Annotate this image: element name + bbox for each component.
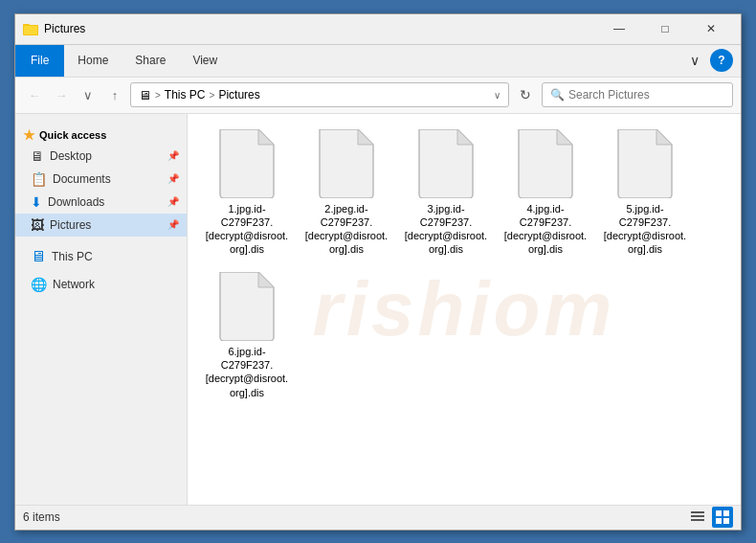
content-area: rishiom 1.jpg.id-C279F237.[decrypt@disro… <box>188 114 741 505</box>
back-button[interactable]: ← <box>23 83 46 106</box>
file-icon-2 <box>415 129 477 198</box>
pin-icon-pics: 📌 <box>167 219 179 230</box>
quick-access-label: Quick access <box>39 129 106 141</box>
address-path[interactable]: 🖥 > This PC > Pictures ∨ <box>130 82 509 107</box>
minimize-button[interactable]: — <box>597 15 641 42</box>
file-icon-1 <box>316 129 377 198</box>
forward-button[interactable]: → <box>50 83 73 106</box>
file-item[interactable]: 3.jpg.id-C279F237.[decrypt@disroot.org].… <box>398 125 494 260</box>
svg-rect-8 <box>716 518 722 524</box>
main-area: ★ Quick access 🖥 Desktop 📌 📋 Documents 📌… <box>15 114 741 505</box>
window-title: Pictures <box>44 22 597 35</box>
search-input[interactable] <box>568 88 724 102</box>
item-count: 6 items <box>23 510 60 524</box>
file-icon-0 <box>216 129 278 198</box>
menu-help-button[interactable]: ? <box>710 49 733 72</box>
window-icon <box>23 21 38 36</box>
svg-rect-9 <box>723 518 729 524</box>
refresh-button[interactable]: ↻ <box>513 82 538 107</box>
menu-view[interactable]: View <box>179 45 231 77</box>
status-bar: 6 items <box>15 505 741 530</box>
title-bar: Pictures — □ ✕ <box>15 14 741 45</box>
file-name-4: 5.jpg.id-C279F237.[decrypt@disroot.org].… <box>601 202 689 257</box>
close-button[interactable]: ✕ <box>689 15 733 42</box>
sidebar-desktop-label: Desktop <box>50 149 92 163</box>
search-icon: 🔍 <box>550 88 565 102</box>
sidebar-item-network[interactable]: 🌐 Network <box>15 273 187 296</box>
sidebar-item-downloads[interactable]: ⬇ Downloads 📌 <box>15 191 187 214</box>
list-view-button[interactable] <box>687 507 708 528</box>
file-name-0: 1.jpg.id-C279F237.[decrypt@disroot.org].… <box>203 202 291 257</box>
pin-icon-desktop: 📌 <box>167 150 179 161</box>
file-item[interactable]: 1.jpg.id-C279F237.[decrypt@disroot.org].… <box>199 125 295 260</box>
sidebar-documents-label: Documents <box>53 172 111 186</box>
star-icon: ★ <box>23 127 35 143</box>
file-item[interactable]: 5.jpg.id-C279F237.[decrypt@disroot.org].… <box>597 125 693 260</box>
sidebar-network-label: Network <box>53 278 95 291</box>
svg-rect-6 <box>716 510 722 516</box>
file-name-5: 6.jpg.id-C279F237.[decrypt@disroot.org].… <box>203 345 291 399</box>
sidebar-item-desktop[interactable]: 🖥 Desktop 📌 <box>15 145 187 168</box>
menu-bar: File Home Share View ∨ ? <box>15 45 741 78</box>
menu-file[interactable]: File <box>15 45 64 77</box>
up-button[interactable]: ↑ <box>103 83 126 106</box>
path-this-pc[interactable]: This PC <box>165 88 206 102</box>
path-sep-1: > <box>155 90 161 101</box>
path-dropdown-icon[interactable]: ∨ <box>494 90 500 101</box>
sidebar: ★ Quick access 🖥 Desktop 📌 📋 Documents 📌… <box>15 114 188 505</box>
grid-view-button[interactable] <box>712 507 733 528</box>
file-icon-4 <box>614 129 676 198</box>
documents-icon: 📋 <box>31 171 47 187</box>
menu-home[interactable]: Home <box>64 45 122 77</box>
sidebar-item-pictures[interactable]: 🖼 Pictures 📌 <box>15 214 187 237</box>
network-icon: 🌐 <box>31 277 47 292</box>
downloads-icon: ⬇ <box>31 194 42 210</box>
sidebar-item-documents[interactable]: 📋 Documents 📌 <box>15 168 187 191</box>
svg-rect-4 <box>691 515 704 517</box>
file-name-2: 3.jpg.id-C279F237.[decrypt@disroot.org].… <box>402 202 490 257</box>
svg-rect-5 <box>691 519 704 521</box>
file-name-1: 2.jpeg.id-C279F237.[decrypt@disroot.org]… <box>302 202 390 257</box>
menu-bar-right: ∨ ? <box>683 49 741 72</box>
pin-icon-docs: 📌 <box>167 173 179 184</box>
file-icon-3 <box>515 129 576 198</box>
quick-access-section: ★ Quick access <box>15 122 187 145</box>
address-bar: ← → ∨ ↑ 🖥 > This PC > Pictures ∨ ↻ 🔍 <box>15 78 741 114</box>
file-item[interactable]: 6.jpg.id-C279F237.[decrypt@disroot.org].… <box>199 268 295 403</box>
sidebar-downloads-label: Downloads <box>48 195 104 209</box>
pictures-icon: 🖼 <box>31 217 44 233</box>
file-name-3: 4.jpg.id-C279F237.[decrypt@disroot.org].… <box>501 202 589 257</box>
file-item[interactable]: 4.jpg.id-C279F237.[decrypt@disroot.org].… <box>498 125 593 260</box>
maximize-button[interactable]: □ <box>643 15 687 42</box>
search-box[interactable]: 🔍 <box>542 82 733 107</box>
explorer-window: Pictures — □ ✕ File Home Share View ∨ ? … <box>14 13 742 531</box>
menu-expand-button[interactable]: ∨ <box>683 49 706 72</box>
svg-rect-7 <box>723 510 729 516</box>
file-item[interactable]: 2.jpeg.id-C279F237.[decrypt@disroot.org]… <box>299 125 394 260</box>
files-grid: 1.jpg.id-C279F237.[decrypt@disroot.org].… <box>199 125 729 403</box>
svg-rect-2 <box>24 26 37 34</box>
thispc-icon: 🖥 <box>31 248 46 265</box>
svg-rect-3 <box>691 511 704 513</box>
menu-share[interactable]: Share <box>122 45 179 77</box>
path-folder-icon: 🖥 <box>139 88 151 102</box>
dropdown-recent-button[interactable]: ∨ <box>77 83 100 106</box>
sidebar-thispc-label: This PC <box>52 250 93 263</box>
sidebar-pictures-label: Pictures <box>50 218 91 232</box>
pin-icon-dl: 📌 <box>167 196 179 207</box>
path-pictures[interactable]: Pictures <box>218 88 259 102</box>
window-controls: — □ ✕ <box>597 15 733 42</box>
path-sep-2: > <box>210 90 215 101</box>
file-icon-5 <box>216 272 278 341</box>
desktop-icon: 🖥 <box>31 148 44 164</box>
view-switcher <box>687 507 733 528</box>
sidebar-item-thispc[interactable]: 🖥 This PC <box>15 244 187 269</box>
